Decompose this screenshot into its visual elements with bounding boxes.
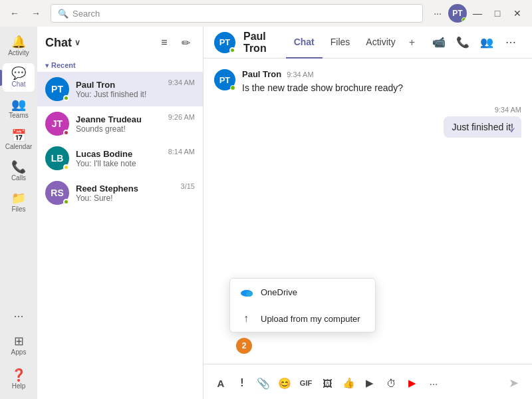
new-chat-button[interactable]: ✏ <box>176 33 195 52</box>
chat-list-item-lucas-bodine[interactable]: LB Lucas Bodine You: I'll take note 8:14… <box>37 141 203 176</box>
upload-computer-option[interactable]: ↑ Upload from my computer <box>230 305 375 332</box>
chat-section-recent: ▾ Recent <box>37 59 203 72</box>
minimize-button[interactable]: — <box>468 4 487 23</box>
participants-button[interactable]: 👥 <box>476 32 497 53</box>
message-text: Is the new trade show brochure ready? <box>242 82 403 95</box>
more-actions-button[interactable]: ⋯ <box>500 32 521 53</box>
tab-activity[interactable]: Activity <box>358 27 403 59</box>
sidebar-item-files[interactable]: 📁 Files <box>3 188 35 217</box>
send-button[interactable]: ➤ <box>503 372 524 394</box>
sticker-button[interactable]: 🖼 <box>318 374 336 392</box>
important-button[interactable]: ! <box>233 374 251 392</box>
schedule-button[interactable]: ⏱ <box>382 374 400 392</box>
chat-contact-avatar: PT <box>214 32 235 53</box>
back-button[interactable]: ← <box>5 4 24 23</box>
sidebar-item-help[interactable]: ❓ Help <box>3 365 35 394</box>
message-meta: Paul Tron 9:34 AM <box>242 69 403 79</box>
chat-item-status <box>63 199 69 205</box>
chat-list-title-text: Chat <box>45 36 72 50</box>
video-call-button[interactable]: 📹 <box>428 32 450 53</box>
like-button[interactable]: 👍 <box>339 374 358 392</box>
chat-item-info: Paul Tron You: Just finished it! <box>76 80 162 99</box>
search-icon: 🔍 <box>58 9 68 19</box>
activity-label: Activity <box>8 49 29 57</box>
search-bar[interactable]: 🔍 Search <box>51 4 423 23</box>
teams-icon: 👥 <box>11 98 26 110</box>
chat-items-list: PT Paul Tron You: Just finished it! 9:34… <box>37 72 203 210</box>
user-status-dot <box>462 17 467 23</box>
message-avatar: PT <box>214 69 235 90</box>
chat-item-preview: You: I'll take note <box>76 159 162 168</box>
read-receipt: ✓ <box>509 126 516 135</box>
activity-icon: 🔔 <box>11 36 26 48</box>
tab-files[interactable]: Files <box>323 27 358 59</box>
outgoing-bubble-text: Just finished it! ✓ <box>444 116 521 138</box>
calendar-label: Calendar <box>5 143 33 150</box>
sidebar-item-teams[interactable]: 👥 Teams <box>3 94 35 123</box>
chat-item-info: Reed Stephens You: Sure! <box>76 184 174 203</box>
onedrive-label: OneDrive <box>261 287 297 297</box>
chat-item-avatar: RS <box>45 181 69 205</box>
chat-item-name: Jeanne Trudeau <box>76 114 162 124</box>
chat-item-status <box>63 130 69 136</box>
upload-label: Upload from my computer <box>261 314 360 324</box>
sidebar-item-chat[interactable]: 💬 Chat <box>3 63 35 92</box>
search-placeholder: Search <box>72 9 100 19</box>
chat-label: Chat <box>11 80 25 88</box>
close-button[interactable]: ✕ <box>508 4 527 23</box>
chat-list-panel: Chat ∨ ≡ ✏ ▾ Recent PT Paul Tron You: Ju… <box>37 27 203 399</box>
more-options-button[interactable]: ··· <box>428 4 447 23</box>
add-tab-button[interactable]: + <box>404 37 420 49</box>
chat-item-time: 9:34 AM <box>168 78 195 86</box>
chat-item-info: Jeanne Trudeau Sounds great! <box>76 114 162 134</box>
gif-button[interactable]: GIF <box>297 374 315 392</box>
youtube-button[interactable]: ▶ <box>403 374 422 392</box>
nav-more-button[interactable]: ··· <box>8 304 29 329</box>
message-bubble-outgoing: 9:34 AM Just finished it! ✓ <box>444 106 521 138</box>
apps-icon: ⊞ <box>14 335 24 347</box>
main-content: 🔔 Activity 💬 Chat 👥 Teams 📅 Calendar 📞 C… <box>0 27 532 399</box>
sidebar-item-activity[interactable]: 🔔 Activity <box>3 32 35 61</box>
chat-list-header: Chat ∨ ≡ ✏ <box>37 27 203 59</box>
extra-options-button[interactable]: ··· <box>424 374 443 392</box>
chat-list-item-jeanne-trudeau[interactable]: JT Jeanne Trudeau Sounds great! 9:26 AM <box>37 106 203 141</box>
upload-icon: ↑ <box>239 312 253 325</box>
chat-header: PT Paul Tron Chat Files Activity + 📹 📞 👥… <box>203 27 532 59</box>
chat-item-name: Lucas Bodine <box>76 149 162 159</box>
message-sender-status <box>230 85 235 90</box>
maximize-button[interactable]: □ <box>488 4 507 23</box>
filter-button[interactable]: ≡ <box>155 33 174 52</box>
emoji-button[interactable]: 😊 <box>275 374 294 392</box>
chat-list-item-reed-stephens[interactable]: RS Reed Stephens You: Sure! 3/15 <box>37 176 203 210</box>
format-button[interactable]: A <box>211 374 230 392</box>
chat-item-avatar: LB <box>45 146 69 170</box>
user-avatar[interactable]: PT <box>448 4 467 23</box>
chat-item-info: Lucas Bodine You: I'll take note <box>76 149 162 168</box>
audio-call-button[interactable]: 📞 <box>452 32 473 53</box>
compose-toolbar: A ! 📎 😊 GIF 🖼 👍 ▶ ⏱ ▶ ··· ➤ <box>211 370 524 394</box>
apps-label: Apps <box>11 348 27 356</box>
message-bubble: Paul Tron 9:34 AM Is the new trade show … <box>242 69 403 95</box>
chat-item-status <box>63 164 69 170</box>
message-row-msg1: PT Paul Tron 9:34 AM Is the new trade sh… <box>214 69 521 95</box>
message-timestamp: 9:34 AM <box>287 70 313 78</box>
chat-list-item-paul-tron[interactable]: PT Paul Tron You: Just finished it! 9:34… <box>37 72 203 106</box>
chat-main: PT Paul Tron Chat Files Activity + 📹 📞 👥… <box>203 27 532 399</box>
sidebar-item-calls[interactable]: 📞 Calls <box>3 157 35 186</box>
chat-list-actions: ≡ ✏ <box>155 33 195 52</box>
forward-button[interactable]: → <box>27 4 45 23</box>
sidebar-item-calendar[interactable]: 📅 Calendar <box>3 126 35 154</box>
sidebar-item-apps[interactable]: ⊞ Apps <box>3 331 35 360</box>
message-sender-name: Paul Tron <box>242 69 281 79</box>
chat-item-status <box>63 95 69 101</box>
chat-item-preview: You: Sure! <box>76 194 174 203</box>
more-compose-button[interactable]: ▶ <box>360 374 379 392</box>
onedrive-option[interactable]: OneDrive <box>230 279 375 305</box>
chat-item-time: 3/15 <box>181 182 195 190</box>
chat-list-title: Chat ∨ <box>45 36 80 50</box>
section-label: Recent <box>51 61 76 69</box>
tab-chat[interactable]: Chat <box>286 27 323 59</box>
chat-item-avatar: JT <box>45 112 69 136</box>
attach-button[interactable]: 📎 <box>254 374 273 392</box>
help-icon: ❓ <box>11 369 26 381</box>
